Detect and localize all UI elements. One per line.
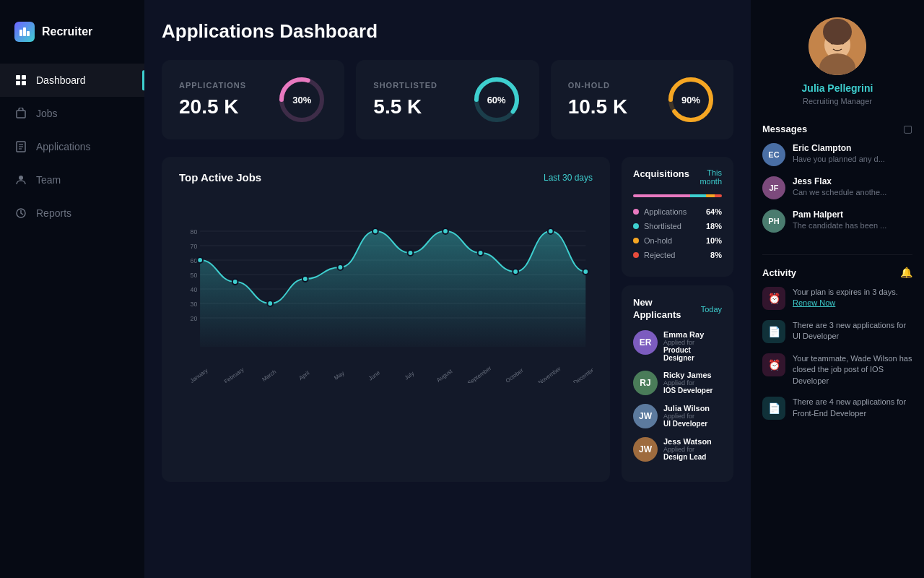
- legend-value: 64%: [706, 207, 722, 216]
- sidebar-reports-label: Reports: [36, 207, 71, 219]
- acquisitions-period: This month: [689, 168, 722, 186]
- divider: [762, 254, 912, 255]
- sidebar: Recruiter Dashboard Jobs: [0, 0, 144, 578]
- applications-icon: [14, 140, 27, 153]
- activity-item: ⏰ Your plan is expires in 3 days. Renew …: [762, 287, 912, 310]
- main-content: Applications Dashboard APPLICATIONS 20.5…: [144, 0, 751, 578]
- sidebar-item-applications[interactable]: Applications: [0, 130, 144, 163]
- applicant-avatar: JW: [633, 437, 658, 462]
- acquisitions-column: Acquisitions This month Applications 64%…: [622, 157, 733, 482]
- activity-link[interactable]: Renew Now: [793, 298, 835, 307]
- activity-list: ⏰ Your plan is expires in 3 days. Renew …: [762, 287, 912, 430]
- stat-value-2: 10.5 K: [568, 95, 628, 118]
- legend-value: 10%: [706, 236, 722, 245]
- message-content: Eric Clampton Have you planned any d...: [793, 143, 885, 166]
- svg-text:20: 20: [191, 315, 198, 322]
- legend-dot: [633, 223, 639, 229]
- message-item[interactable]: EC Eric Clampton Have you planned any d.…: [762, 143, 912, 166]
- svg-text:May: May: [333, 370, 345, 381]
- activity-text-1: There are 3 new applications for UI Deve…: [793, 320, 912, 343]
- applicant-name: Ricky James: [663, 371, 712, 379]
- page-title: Applications Dashboard: [162, 20, 733, 43]
- legend-label: On-hold: [644, 236, 672, 245]
- messages-icon[interactable]: ▢: [903, 123, 912, 134]
- sidebar-item-dashboard[interactable]: Dashboard: [0, 64, 144, 97]
- applicant-applied: Applied for: [663, 339, 722, 346]
- svg-point-12: [19, 176, 23, 180]
- applicant-item[interactable]: RJ Ricky James Applied for IOS Developer: [633, 371, 722, 395]
- applicant-item[interactable]: JW Julia Wilson Applied for UI Developer: [633, 404, 722, 428]
- team-icon: [14, 173, 27, 186]
- applicant-role: Design Lead: [663, 453, 712, 461]
- applicant-info: Jess Watson Applied for Design Lead: [663, 437, 712, 461]
- legend-value: 8%: [710, 251, 722, 259]
- svg-text:30: 30: [191, 301, 198, 308]
- legend-dot: [633, 238, 639, 243]
- activity-icon-0: ⏰: [762, 287, 785, 310]
- profile-section: Julia Pellegrini Recruiting Manager: [762, 17, 912, 105]
- sidebar-jobs-label: Jobs: [36, 108, 58, 119]
- new-applicants-title: NewApplicants: [633, 297, 681, 322]
- applicant-item[interactable]: JW Jess Watson Applied for Design Lead: [633, 437, 722, 462]
- svg-rect-7: [17, 111, 25, 118]
- legend-value: 18%: [706, 222, 722, 230]
- acquisitions-legend: Applications 64% Shortlisted 18% On-hold…: [633, 207, 722, 265]
- message-content: Pam Halpert The candidate has been ...: [793, 210, 886, 233]
- applicant-info: Julia Wilson Applied for UI Developer: [663, 404, 710, 428]
- legend-dot: [633, 252, 639, 258]
- applicant-avatar: ER: [633, 330, 658, 355]
- svg-point-54: [548, 228, 554, 234]
- svg-rect-4: [22, 75, 26, 79]
- svg-rect-5: [16, 81, 20, 85]
- applicant-name: Emma Ray: [663, 330, 722, 339]
- svg-text:60: 60: [191, 257, 198, 264]
- logo-icon: [14, 22, 35, 42]
- message-avatar: JF: [762, 176, 785, 199]
- reports-icon: [14, 207, 27, 220]
- message-item[interactable]: PH Pam Halpert The candidate has been ..…: [762, 210, 912, 233]
- progress-segment-rejected: [715, 194, 722, 197]
- applicant-applied: Applied for: [663, 379, 712, 387]
- messages-header: Messages ▢: [762, 123, 912, 134]
- donut-chart-2: 90%: [666, 74, 716, 125]
- dashboard-icon: [14, 74, 27, 87]
- app-name: Recruiter: [42, 25, 92, 38]
- message-item[interactable]: JF Jess Flax Can we schedule anothe...: [762, 176, 912, 199]
- svg-text:April: April: [297, 369, 310, 381]
- svg-point-52: [513, 269, 518, 275]
- activity-text-3: There are 4 new applications for Front-E…: [793, 397, 912, 420]
- chart-period[interactable]: Last 30 days: [544, 173, 593, 183]
- applicant-applied: Applied for: [663, 446, 712, 453]
- svg-text:80: 80: [191, 228, 198, 236]
- svg-rect-6: [22, 81, 26, 85]
- chart-title: Top Active Jobs: [179, 171, 261, 184]
- svg-text:August: August: [435, 368, 454, 383]
- applicant-item[interactable]: ER Emma Ray Applied for Product Designer: [633, 330, 722, 362]
- donut-percent-2: 90%: [681, 95, 700, 105]
- sidebar-item-reports[interactable]: Reports: [0, 197, 144, 230]
- message-text: Have you planned any d...: [793, 155, 885, 163]
- right-sidebar: Julia Pellegrini Recruiting Manager Mess…: [751, 0, 924, 578]
- activity-bell-icon[interactable]: 🔔: [900, 267, 912, 278]
- svg-rect-0: [19, 30, 22, 36]
- applicant-role: UI Developer: [663, 420, 710, 428]
- app-logo: Recruiter: [0, 14, 144, 64]
- applicant-role: Product Designer: [663, 346, 722, 362]
- svg-rect-3: [16, 75, 20, 79]
- svg-point-38: [267, 301, 273, 306]
- svg-rect-1: [23, 27, 26, 36]
- message-text: Can we schedule anothe...: [793, 188, 886, 197]
- activity-text-0: Your plan is expires in 3 days. Renew No…: [793, 287, 912, 310]
- svg-point-46: [408, 250, 414, 256]
- sidebar-item-jobs[interactable]: Jobs: [0, 97, 144, 130]
- activity-title: Activity: [762, 267, 796, 278]
- svg-point-42: [337, 264, 343, 270]
- applicant-info: Ricky James Applied for IOS Developer: [663, 371, 712, 394]
- donut-percent-1: 60%: [487, 95, 506, 105]
- svg-rect-2: [27, 31, 30, 36]
- svg-text:70: 70: [191, 243, 198, 250]
- activity-header: Activity 🔔: [762, 267, 912, 278]
- svg-text:40: 40: [191, 286, 198, 293]
- stat-label-1: SHORTLISTED: [373, 81, 437, 90]
- sidebar-item-team[interactable]: Team: [0, 163, 144, 197]
